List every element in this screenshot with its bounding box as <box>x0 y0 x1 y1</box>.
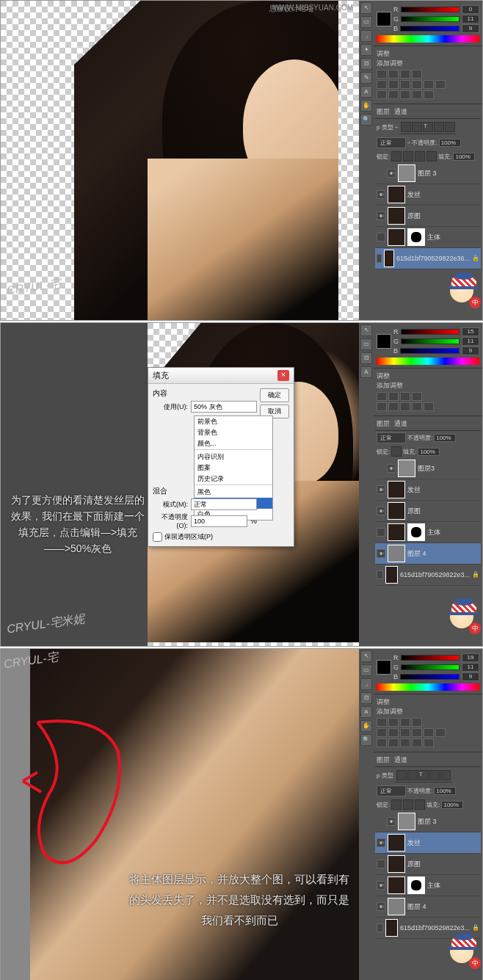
dlg-opacity-input[interactable] <box>191 515 247 527</box>
b-slider[interactable] <box>400 674 460 680</box>
adj-icon[interactable] <box>400 402 410 411</box>
layer-row[interactable]: 👁图层 3 <box>375 163 481 184</box>
b-slider[interactable] <box>400 26 460 32</box>
filter-pixel-icon[interactable] <box>401 122 411 132</box>
lock-icon[interactable] <box>415 799 425 810</box>
visibility-icon[interactable]: 👁 <box>377 881 385 890</box>
lasso-tool-icon[interactable]: ◞ <box>360 30 372 42</box>
r-slider[interactable] <box>401 655 460 661</box>
color-spectrum[interactable] <box>377 357 479 365</box>
tab-layers[interactable]: 图层 <box>377 419 390 429</box>
layer-row[interactable]: 👁主体 <box>375 875 481 896</box>
layer-row[interactable]: 👁图层 4 <box>375 896 481 918</box>
layer-row[interactable]: 原图 <box>375 854 481 875</box>
tab-channels[interactable]: 通道 <box>394 107 407 117</box>
dropdown-option[interactable]: 背景色 <box>195 427 272 438</box>
filter-text-icon[interactable]: T <box>418 770 429 780</box>
adj-mixer-icon[interactable] <box>435 80 446 89</box>
layer-row[interactable]: 👁原图 <box>375 206 481 227</box>
tab-channels[interactable]: 通道 <box>394 755 407 765</box>
lock-icon[interactable] <box>403 799 413 810</box>
visibility-icon[interactable] <box>377 860 385 868</box>
g-slider[interactable] <box>401 338 460 344</box>
r-value[interactable]: 19 <box>462 653 479 662</box>
marquee-tool-icon[interactable]: ▭ <box>360 338 372 350</box>
g-value[interactable]: 11 <box>462 663 479 672</box>
adj-icon[interactable] <box>388 718 399 727</box>
move-tool-icon[interactable]: ↖ <box>360 2 372 14</box>
canvas-viewport[interactable]: CRYUL-宅 将主体图层显示，并放大整个图，可以看到有的头发丢失了，并不是选取… <box>1 649 360 980</box>
visibility-icon[interactable]: 👁 <box>377 190 385 199</box>
blend-mode-select[interactable]: 正常 <box>377 137 406 148</box>
lock-icon[interactable] <box>391 799 402 810</box>
adj-icon[interactable] <box>412 738 422 747</box>
visibility-icon[interactable] <box>377 233 385 242</box>
g-slider[interactable] <box>401 664 460 670</box>
hand-tool-icon[interactable]: ✋ <box>360 100 372 112</box>
fill-input[interactable]: 100% <box>453 153 475 161</box>
g-value[interactable]: 11 <box>462 15 479 23</box>
r-slider[interactable] <box>401 7 460 12</box>
opacity-input[interactable]: 100% <box>439 139 461 147</box>
dropdown-option[interactable]: 图案 <box>195 462 272 473</box>
visibility-icon[interactable]: 👁 <box>377 507 385 515</box>
visibility-icon[interactable]: 👁 <box>387 464 396 473</box>
opacity-input[interactable]: 100% <box>434 787 456 795</box>
b-slider[interactable] <box>400 348 460 354</box>
lock-pos-icon[interactable] <box>415 151 425 161</box>
adj-icon[interactable] <box>388 402 399 411</box>
b-value[interactable]: 9 <box>462 346 479 355</box>
lock-pixel-icon[interactable] <box>403 151 413 161</box>
visibility-icon[interactable] <box>377 528 385 537</box>
adj-vibrance-icon[interactable] <box>377 80 387 89</box>
g-value[interactable]: 11 <box>462 337 479 346</box>
dropdown-option[interactable]: 颜色... <box>195 438 272 449</box>
text-tool-icon[interactable]: A <box>360 86 372 98</box>
adj-icon[interactable] <box>400 392 410 401</box>
adj-icon[interactable] <box>377 402 387 411</box>
adj-icon[interactable] <box>388 728 399 737</box>
layer-row[interactable]: 👁发丝 <box>375 479 481 501</box>
layer-row[interactable]: 主体 <box>375 522 481 543</box>
zoom-tool-icon[interactable]: 🔍 <box>360 734 372 746</box>
b-value[interactable]: 9 <box>462 24 479 33</box>
tab-layers[interactable]: 图层 <box>377 107 390 117</box>
visibility-icon[interactable]: 👁 <box>377 485 385 494</box>
marquee-tool-icon[interactable]: ▭ <box>360 16 372 28</box>
crop-tool-icon[interactable]: ⊡ <box>360 692 372 704</box>
adj-icon[interactable] <box>412 392 422 401</box>
foreground-color-swatch[interactable] <box>377 334 391 349</box>
filter-text-icon[interactable]: T <box>423 122 433 132</box>
fill-input[interactable]: 100% <box>418 448 440 456</box>
b-value[interactable]: 9 <box>462 672 479 681</box>
adj-icon[interactable] <box>412 728 422 737</box>
adj-gradmap-icon[interactable] <box>412 90 422 99</box>
adj-icon[interactable] <box>424 738 434 747</box>
layer-row[interactable]: 👁发丝 <box>375 184 481 206</box>
adj-icon[interactable] <box>435 728 446 737</box>
adj-icon[interactable] <box>388 738 399 747</box>
filter-adj-icon[interactable] <box>412 122 422 132</box>
adj-curves-icon[interactable] <box>400 70 410 79</box>
dropdown-option[interactable]: 前景色 <box>195 416 272 427</box>
text-tool-icon[interactable]: A <box>360 366 372 378</box>
adj-invert-icon[interactable] <box>377 90 387 99</box>
marquee-tool-icon[interactable]: ▭ <box>360 664 372 676</box>
wand-tool-icon[interactable]: ✦ <box>360 44 372 56</box>
dropdown-option[interactable]: 历史记录 <box>195 473 272 484</box>
layer-row-selected[interactable]: 615d1bf790529822e36...🔒 <box>375 248 481 269</box>
filter-icon[interactable] <box>429 770 440 780</box>
zoom-tool-icon[interactable]: 🔍 <box>360 114 372 126</box>
layer-row[interactable]: 615d1bf790529822e3...🔒 <box>375 565 481 586</box>
visibility-icon[interactable]: 👁 <box>377 838 385 847</box>
crop-tool-icon[interactable]: ⊡ <box>360 352 372 364</box>
filter-icon[interactable] <box>407 770 418 780</box>
opacity-input[interactable]: 100% <box>434 434 456 442</box>
layer-row[interactable]: 主体 <box>375 227 481 248</box>
crop-tool-icon[interactable]: ⊡ <box>360 58 372 70</box>
adj-icon[interactable] <box>388 392 399 401</box>
use-combobox[interactable]: 50% 灰色 <box>191 401 257 413</box>
visibility-icon[interactable] <box>377 923 383 932</box>
layer-row[interactable]: 👁原图 <box>375 501 481 522</box>
adj-icon[interactable] <box>412 402 422 411</box>
